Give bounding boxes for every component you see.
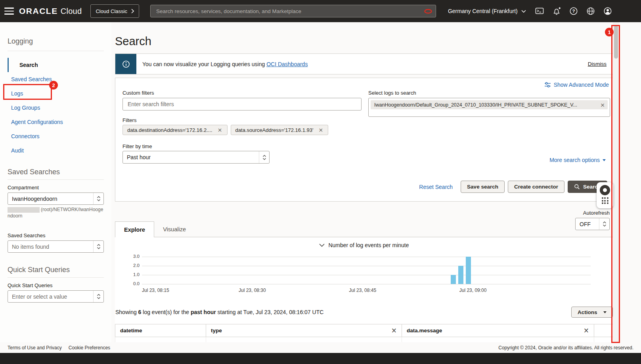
filters-label: Filters bbox=[122, 117, 136, 123]
selected-logs-box[interactable]: IwanHoogendoorn/Default_Group_2024_0710_… bbox=[368, 98, 610, 117]
sidebar-item-saved-searches[interactable]: Saved Searches bbox=[8, 72, 111, 86]
autorefresh-value: OFF bbox=[576, 221, 599, 227]
sidebar-item-search[interactable]: Search bbox=[8, 58, 111, 72]
compartment-path-skeleton bbox=[8, 207, 40, 213]
remove-column-icon[interactable]: × bbox=[391, 327, 397, 334]
y-tick-label: 3.0 bbox=[126, 254, 140, 259]
tab-explore[interactable]: Explore bbox=[115, 221, 154, 237]
results-summary: Showing 6 log event(s) for the past hour… bbox=[115, 309, 323, 315]
oci-dashboards-link[interactable]: OCI Dashboards bbox=[266, 61, 308, 67]
chart-header[interactable]: Number of log events per minute bbox=[115, 242, 613, 248]
reset-search-link[interactable]: Reset Search bbox=[419, 184, 453, 190]
oracle-cloud-logo: ORACLE Cloud bbox=[19, 6, 82, 16]
saved-searches-select[interactable]: No items found bbox=[8, 240, 104, 253]
chart-title: Number of log events per minute bbox=[328, 242, 409, 248]
column-header-label: data.message bbox=[407, 328, 442, 334]
custom-filters-input[interactable] bbox=[122, 98, 362, 111]
cloud-shell-button[interactable] bbox=[534, 6, 545, 17]
more-search-options-link[interactable]: More search options bbox=[549, 157, 606, 163]
terms-link[interactable]: Terms of Use and Privacy bbox=[8, 345, 62, 351]
language-button[interactable] bbox=[585, 6, 596, 17]
sidebar-item-connectors[interactable]: Connectors bbox=[8, 129, 111, 143]
notifications-button[interactable] bbox=[551, 6, 562, 17]
sidebar-item-log-groups[interactable]: Log Groups bbox=[8, 101, 111, 115]
table-row[interactable] bbox=[115, 337, 613, 342]
search-icon bbox=[574, 184, 580, 190]
menu-button[interactable] bbox=[0, 0, 18, 22]
chart-bar bbox=[458, 266, 463, 284]
global-search-input[interactable] bbox=[150, 5, 436, 17]
info-icon bbox=[122, 60, 130, 68]
search-panel-buttons: Reset Search Save search Create connecto… bbox=[419, 181, 607, 193]
sidebar-item-label: Connectors bbox=[11, 133, 40, 139]
sidebar-item-agent-configurations[interactable]: Agent Configurations bbox=[8, 115, 111, 129]
quick-start-select[interactable]: Enter or select a value bbox=[8, 290, 104, 303]
banner-message-text: You can now visualize your Logging queri… bbox=[142, 61, 266, 67]
column-header-type[interactable]: type × bbox=[206, 324, 402, 337]
help-button[interactable]: ? bbox=[568, 6, 579, 17]
annotation-step-2: 2 bbox=[49, 81, 58, 90]
autorefresh-select[interactable]: OFF bbox=[575, 218, 610, 230]
info-icon-badge bbox=[115, 54, 136, 74]
oracle-wordmark: ORACLE bbox=[19, 6, 58, 16]
table-cell bbox=[402, 337, 594, 342]
chart-bar bbox=[466, 257, 471, 284]
cloud-classic-button[interactable]: Cloud Classic bbox=[90, 4, 139, 18]
main-content: Search You can now visualize your Loggin… bbox=[111, 22, 641, 342]
sidebar-item-label: Agent Configurations bbox=[11, 119, 63, 125]
remove-filter-icon[interactable]: × bbox=[317, 127, 324, 133]
tab-visualize[interactable]: Visualize bbox=[154, 221, 195, 237]
compartment-select[interactable]: IwanHoogendoorn bbox=[8, 192, 104, 205]
svg-text:?: ? bbox=[572, 9, 575, 13]
results-tabs: Explore Visualize bbox=[115, 221, 195, 237]
cookie-preferences-link[interactable]: Cookie Preferences bbox=[69, 345, 110, 351]
copyright-text: Copyright © 2024, Oracle and/or its affi… bbox=[498, 345, 633, 351]
vertical-scrollbar[interactable] bbox=[613, 22, 619, 342]
caret-down-icon bbox=[603, 311, 607, 313]
sidebar-item-audit[interactable]: Audit bbox=[8, 143, 111, 158]
show-advanced-mode-link[interactable]: Show Advanced Mode bbox=[544, 82, 609, 88]
oracle-logo-icon bbox=[424, 9, 432, 14]
remove-filter-icon[interactable]: × bbox=[216, 127, 224, 133]
region-label: Germany Central (Frankfurt) bbox=[448, 8, 518, 14]
quick-start-value: Enter or select a value bbox=[8, 293, 93, 300]
help-ring-icon bbox=[600, 185, 610, 195]
scrollbar-thumb[interactable] bbox=[614, 25, 618, 59]
tab-label: Explore bbox=[124, 227, 145, 233]
column-header-data-message[interactable]: data.message × bbox=[402, 324, 594, 337]
x-tick-label: Jul 23, 08:45 bbox=[349, 288, 376, 293]
y-tick-label: 2.0 bbox=[126, 263, 140, 268]
summary-text: log event(s) for the bbox=[141, 309, 191, 315]
floating-launcher-widget[interactable] bbox=[597, 182, 613, 208]
filter-by-time-label: Filter by time bbox=[122, 143, 152, 149]
sidebar-title: Logging bbox=[8, 37, 104, 46]
save-search-button[interactable]: Save search bbox=[461, 181, 505, 193]
divider bbox=[8, 179, 104, 180]
chevron-right-icon bbox=[131, 9, 134, 13]
sidebar-item-logs[interactable]: Logs bbox=[8, 86, 111, 101]
region-selector[interactable]: Germany Central (Frankfurt) bbox=[448, 8, 526, 14]
create-connector-button[interactable]: Create connector bbox=[508, 181, 564, 193]
profile-button[interactable] bbox=[602, 6, 613, 17]
chevron-down-icon bbox=[521, 10, 526, 13]
remove-log-icon[interactable]: × bbox=[599, 102, 606, 108]
chart-x-labels: Jul 23, 08:15 Jul 23, 08:30 Jul 23, 08:4… bbox=[142, 288, 591, 294]
divider bbox=[8, 277, 104, 278]
dismiss-link[interactable]: Dismiss bbox=[588, 61, 607, 67]
sidebar-nav: Search Saved Searches Logs Log Groups Ag… bbox=[0, 58, 111, 158]
gridline bbox=[142, 284, 591, 284]
select-chevrons-icon bbox=[93, 193, 103, 204]
y-tick-label: 0.0 bbox=[126, 281, 140, 286]
column-header-datetime[interactable]: datetime bbox=[115, 324, 206, 337]
footer-links: Terms of Use and Privacy Cookie Preferen… bbox=[8, 345, 110, 351]
quick-start-label: Quick Start Queries bbox=[8, 282, 104, 288]
gridline bbox=[142, 266, 591, 266]
time-range-select[interactable]: Past hour bbox=[122, 151, 270, 164]
bell-icon bbox=[552, 7, 561, 15]
actions-button-label: Actions bbox=[578, 309, 597, 315]
actions-button[interactable]: Actions bbox=[571, 307, 613, 318]
saved-searches-label: Saved Searches bbox=[8, 233, 104, 238]
collapse-chevron-icon bbox=[319, 244, 325, 247]
table-cell bbox=[206, 337, 402, 342]
remove-column-icon[interactable]: × bbox=[584, 327, 589, 334]
